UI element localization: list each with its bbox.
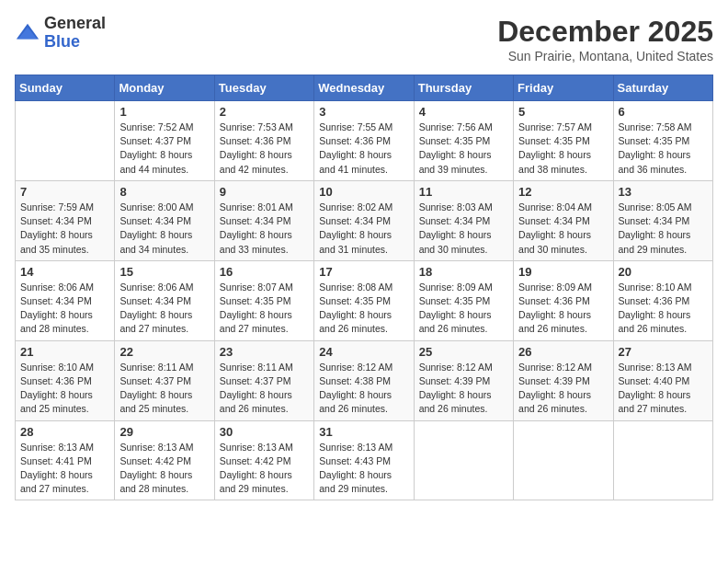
day-number: 26 — [518, 345, 608, 359]
day-number: 3 — [319, 105, 408, 119]
day-cell: 11Sunrise: 8:03 AMSunset: 4:34 PMDayligh… — [414, 180, 513, 260]
day-info: Sunrise: 8:12 AMSunset: 4:38 PMDaylight:… — [319, 361, 408, 417]
week-row-2: 7Sunrise: 7:59 AMSunset: 4:34 PMDaylight… — [16, 180, 713, 260]
day-info: Sunrise: 8:03 AMSunset: 4:34 PMDaylight:… — [419, 201, 508, 257]
month-title: December 2025 — [497, 15, 713, 49]
day-cell: 17Sunrise: 8:08 AMSunset: 4:35 PMDayligh… — [314, 260, 414, 340]
logo-icon — [15, 20, 40, 46]
day-cell — [16, 101, 115, 181]
day-info: Sunrise: 8:04 AMSunset: 4:34 PMDaylight:… — [518, 201, 608, 257]
day-number: 23 — [220, 345, 309, 359]
day-info: Sunrise: 8:08 AMSunset: 4:35 PMDaylight:… — [319, 281, 408, 337]
day-info: Sunrise: 8:00 AMSunset: 4:34 PMDaylight:… — [119, 201, 209, 257]
day-cell — [514, 420, 613, 500]
day-info: Sunrise: 8:05 AMSunset: 4:34 PMDaylight:… — [619, 201, 708, 257]
day-cell: 31Sunrise: 8:13 AMSunset: 4:43 PMDayligh… — [314, 420, 414, 500]
day-number: 31 — [319, 425, 408, 439]
day-number: 1 — [119, 105, 209, 119]
day-cell: 16Sunrise: 8:07 AMSunset: 4:35 PMDayligh… — [214, 260, 313, 340]
day-info: Sunrise: 7:56 AMSunset: 4:35 PMDaylight:… — [419, 121, 508, 177]
day-number: 28 — [20, 425, 109, 439]
day-info: Sunrise: 8:09 AMSunset: 4:36 PMDaylight:… — [518, 281, 608, 337]
day-number: 18 — [419, 265, 508, 279]
day-info: Sunrise: 8:10 AMSunset: 4:36 PMDaylight:… — [20, 361, 109, 417]
day-info: Sunrise: 8:02 AMSunset: 4:34 PMDaylight:… — [319, 201, 408, 257]
day-cell: 18Sunrise: 8:09 AMSunset: 4:35 PMDayligh… — [414, 260, 513, 340]
calendar-table: SundayMondayTuesdayWednesdayThursdayFrid… — [15, 75, 713, 500]
weekday-header-row: SundayMondayTuesdayWednesdayThursdayFrid… — [16, 75, 713, 101]
day-info: Sunrise: 8:09 AMSunset: 4:35 PMDaylight:… — [419, 281, 508, 337]
day-info: Sunrise: 8:13 AMSunset: 4:43 PMDaylight:… — [319, 441, 408, 497]
day-cell: 13Sunrise: 8:05 AMSunset: 4:34 PMDayligh… — [613, 180, 712, 260]
day-cell: 29Sunrise: 8:13 AMSunset: 4:42 PMDayligh… — [115, 420, 214, 500]
day-number: 14 — [20, 265, 109, 279]
day-info: Sunrise: 8:13 AMSunset: 4:42 PMDaylight:… — [220, 441, 309, 497]
page-header: General Blue December 2025 Sun Prairie, … — [15, 15, 713, 63]
day-cell — [414, 420, 513, 500]
day-number: 9 — [220, 185, 309, 199]
day-cell: 5Sunrise: 7:57 AMSunset: 4:35 PMDaylight… — [514, 101, 613, 181]
weekday-header-thursday: Thursday — [414, 75, 513, 101]
day-info: Sunrise: 8:13 AMSunset: 4:41 PMDaylight:… — [20, 441, 109, 497]
day-info: Sunrise: 8:13 AMSunset: 4:42 PMDaylight:… — [119, 441, 209, 497]
day-cell: 15Sunrise: 8:06 AMSunset: 4:34 PMDayligh… — [115, 260, 214, 340]
day-cell: 30Sunrise: 8:13 AMSunset: 4:42 PMDayligh… — [214, 420, 313, 500]
day-number: 12 — [518, 185, 608, 199]
day-info: Sunrise: 8:06 AMSunset: 4:34 PMDaylight:… — [20, 281, 109, 337]
day-number: 22 — [119, 345, 209, 359]
day-number: 19 — [518, 265, 608, 279]
logo-general-text: General — [44, 14, 106, 32]
day-cell: 26Sunrise: 8:12 AMSunset: 4:39 PMDayligh… — [514, 340, 613, 420]
day-number: 17 — [319, 265, 408, 279]
title-block: December 2025 Sun Prairie, Montana, Unit… — [497, 15, 713, 63]
day-info: Sunrise: 7:59 AMSunset: 4:34 PMDaylight:… — [20, 201, 109, 257]
day-cell: 9Sunrise: 8:01 AMSunset: 4:34 PMDaylight… — [214, 180, 313, 260]
weekday-header-tuesday: Tuesday — [214, 75, 313, 101]
day-info: Sunrise: 8:12 AMSunset: 4:39 PMDaylight:… — [419, 361, 508, 417]
weekday-header-sunday: Sunday — [16, 75, 115, 101]
logo: General Blue — [15, 15, 106, 52]
week-row-4: 21Sunrise: 8:10 AMSunset: 4:36 PMDayligh… — [16, 340, 713, 420]
day-number: 4 — [419, 105, 508, 119]
day-cell: 2Sunrise: 7:53 AMSunset: 4:36 PMDaylight… — [214, 101, 313, 181]
day-cell: 7Sunrise: 7:59 AMSunset: 4:34 PMDaylight… — [16, 180, 115, 260]
day-cell: 24Sunrise: 8:12 AMSunset: 4:38 PMDayligh… — [314, 340, 414, 420]
day-number: 21 — [20, 345, 109, 359]
day-info: Sunrise: 7:55 AMSunset: 4:36 PMDaylight:… — [319, 121, 408, 177]
day-cell: 23Sunrise: 8:11 AMSunset: 4:37 PMDayligh… — [214, 340, 313, 420]
day-cell: 3Sunrise: 7:55 AMSunset: 4:36 PMDaylight… — [314, 101, 414, 181]
day-cell: 21Sunrise: 8:10 AMSunset: 4:36 PMDayligh… — [16, 340, 115, 420]
week-row-1: 1Sunrise: 7:52 AMSunset: 4:37 PMDaylight… — [16, 101, 713, 181]
day-info: Sunrise: 7:57 AMSunset: 4:35 PMDaylight:… — [518, 121, 608, 177]
weekday-header-saturday: Saturday — [613, 75, 712, 101]
day-cell: 1Sunrise: 7:52 AMSunset: 4:37 PMDaylight… — [115, 101, 214, 181]
logo-blue-text: Blue — [44, 32, 80, 51]
day-number: 16 — [220, 265, 309, 279]
day-cell: 14Sunrise: 8:06 AMSunset: 4:34 PMDayligh… — [16, 260, 115, 340]
day-number: 15 — [119, 265, 209, 279]
day-number: 6 — [619, 105, 708, 119]
day-info: Sunrise: 7:58 AMSunset: 4:35 PMDaylight:… — [619, 121, 708, 177]
day-info: Sunrise: 7:52 AMSunset: 4:37 PMDaylight:… — [119, 121, 209, 177]
day-cell: 27Sunrise: 8:13 AMSunset: 4:40 PMDayligh… — [613, 340, 712, 420]
day-number: 5 — [518, 105, 608, 119]
day-number: 11 — [419, 185, 508, 199]
day-cell: 19Sunrise: 8:09 AMSunset: 4:36 PMDayligh… — [514, 260, 613, 340]
day-cell: 4Sunrise: 7:56 AMSunset: 4:35 PMDaylight… — [414, 101, 513, 181]
day-number: 29 — [119, 425, 209, 439]
day-info: Sunrise: 8:11 AMSunset: 4:37 PMDaylight:… — [119, 361, 209, 417]
week-row-5: 28Sunrise: 8:13 AMSunset: 4:41 PMDayligh… — [16, 420, 713, 500]
day-cell: 20Sunrise: 8:10 AMSunset: 4:36 PMDayligh… — [613, 260, 712, 340]
weekday-header-wednesday: Wednesday — [314, 75, 414, 101]
day-info: Sunrise: 8:01 AMSunset: 4:34 PMDaylight:… — [220, 201, 309, 257]
day-info: Sunrise: 8:13 AMSunset: 4:40 PMDaylight:… — [619, 361, 708, 417]
day-cell: 28Sunrise: 8:13 AMSunset: 4:41 PMDayligh… — [16, 420, 115, 500]
day-cell: 6Sunrise: 7:58 AMSunset: 4:35 PMDaylight… — [613, 101, 712, 181]
day-cell: 12Sunrise: 8:04 AMSunset: 4:34 PMDayligh… — [514, 180, 613, 260]
day-number: 30 — [220, 425, 309, 439]
day-number: 8 — [119, 185, 209, 199]
day-number: 27 — [619, 345, 708, 359]
day-info: Sunrise: 8:07 AMSunset: 4:35 PMDaylight:… — [220, 281, 309, 337]
day-cell — [613, 420, 712, 500]
day-number: 2 — [220, 105, 309, 119]
